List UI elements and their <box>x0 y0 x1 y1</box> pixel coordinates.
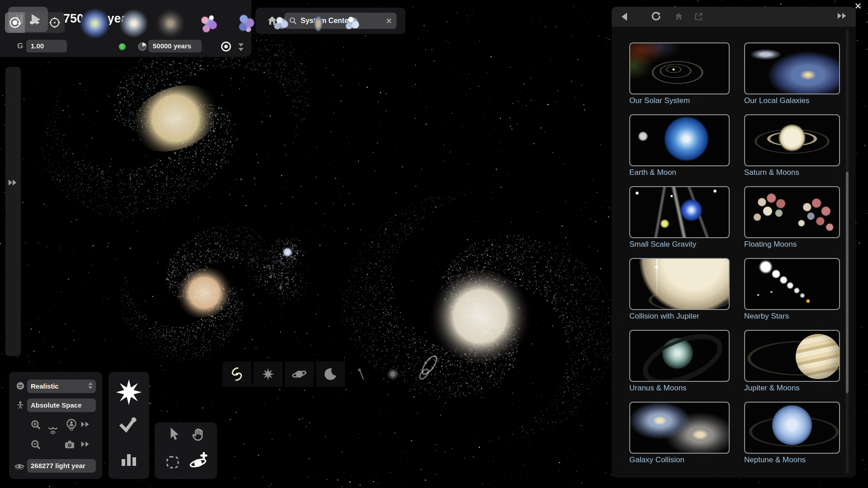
back-icon[interactable] <box>620 12 629 22</box>
galaxy-template-grey-spiral[interactable] <box>118 7 150 40</box>
preset-grid: Our Solar System Our Local Galaxies Eart… <box>629 42 840 465</box>
view-distance-input[interactable]: 268277 light year <box>27 459 96 473</box>
tab-star[interactable] <box>254 361 283 387</box>
tab-ring[interactable] <box>410 361 439 387</box>
home-icon[interactable] <box>674 12 684 21</box>
follow-object-icon[interactable] <box>65 418 78 431</box>
scrollbar[interactable] <box>846 29 849 473</box>
preset-collision-with-jupiter[interactable]: Collision with Jupiter <box>629 258 730 321</box>
tab-planet[interactable] <box>285 361 314 387</box>
galaxy-template-faint-spiral[interactable] <box>154 7 187 40</box>
close-icon[interactable]: ✕ <box>854 1 862 11</box>
clear-search-icon[interactable]: ✕ <box>386 17 392 25</box>
preset-floating-moons[interactable]: Floating Moons <box>744 186 840 249</box>
preset-jupiter-moons[interactable]: Jupiter & Moons <box>744 330 840 393</box>
expand-right-icon <box>8 179 18 356</box>
velocity-mode-button[interactable] <box>25 12 45 33</box>
select-cursor-icon[interactable] <box>166 426 180 442</box>
add-body-icon[interactable] <box>188 451 208 471</box>
preset-saturn-moons[interactable]: Saturn & Moons <box>744 114 840 177</box>
record-icon[interactable] <box>220 41 232 52</box>
zoom-in-icon[interactable] <box>30 419 42 431</box>
preset-thumbnail[interactable] <box>744 114 840 166</box>
scrollbar-thumb[interactable] <box>846 172 849 393</box>
reference-frame-select[interactable]: Absolute Space <box>27 399 96 412</box>
chevron-down-icon[interactable] <box>238 43 244 52</box>
fast-forward-icon[interactable] <box>80 421 90 428</box>
universe-sandbox-app: 750000 years G 1.00 50000 years System C… <box>0 0 868 488</box>
chase-view-icon[interactable] <box>47 424 59 436</box>
view-controls-panel: Realistic Absolute Space <box>9 372 102 479</box>
preset-thumbnail[interactable] <box>629 42 730 94</box>
galaxy-template-pink-cluster[interactable] <box>193 7 225 40</box>
tab-moon[interactable] <box>316 361 345 387</box>
simulation-status-dot <box>119 43 126 50</box>
gravity-label: G <box>17 42 23 51</box>
preset-small-scale-gravity[interactable]: Small Scale Gravity <box>629 186 730 249</box>
preset-thumbnail[interactable] <box>629 330 730 382</box>
refresh-icon[interactable] <box>651 11 661 22</box>
fast-forward-icon[interactable] <box>80 441 90 448</box>
sim-browser-panel: Our Solar System Our Local Galaxies Eart… <box>612 7 856 478</box>
preset-thumbnail[interactable] <box>744 258 840 310</box>
placement-mode-control <box>5 12 65 33</box>
orbit-mode-button[interactable] <box>5 12 25 33</box>
preset-galaxy-collision[interactable]: Galaxy Collision <box>629 402 730 465</box>
preset-our-solar-system[interactable]: Our Solar System <box>629 42 730 105</box>
stepper-arrows-icon[interactable] <box>88 382 93 389</box>
zoom-out-icon[interactable] <box>30 439 42 450</box>
tab-galaxy[interactable] <box>222 361 251 387</box>
reference-frame-icon <box>15 400 25 410</box>
preset-nearby-stars[interactable]: Nearby Stars <box>744 258 840 321</box>
star-brightness-icon[interactable] <box>115 378 143 406</box>
tab-comet[interactable] <box>347 361 376 387</box>
screenshot-camera-icon[interactable] <box>64 440 75 450</box>
target-mode-button[interactable] <box>45 12 65 33</box>
preset-thumbnail[interactable] <box>629 114 730 166</box>
tab-nebula[interactable] <box>378 361 407 387</box>
preset-thumbnail[interactable] <box>744 42 840 94</box>
eye-icon <box>14 461 25 472</box>
preset-our-local-galaxies[interactable]: Our Local Galaxies <box>744 42 840 105</box>
fast-forward-icon[interactable] <box>837 12 848 20</box>
preset-thumbnail[interactable] <box>629 258 730 310</box>
left-sidebar-expander[interactable] <box>5 67 21 356</box>
render-mode-select[interactable]: Realistic <box>27 380 96 393</box>
time-step-input[interactable]: 50000 years <box>148 40 202 52</box>
preset-thumbnail[interactable] <box>744 402 840 454</box>
galaxy-template-blue-spiral[interactable] <box>79 7 111 40</box>
gravity-input[interactable]: 1.00 <box>26 40 67 52</box>
open-external-icon[interactable] <box>694 12 703 21</box>
render-mode-icon <box>15 381 25 391</box>
galaxy-template-purple-cluster[interactable] <box>230 7 263 40</box>
preset-earth-moon[interactable]: Earth & Moon <box>629 114 730 177</box>
preset-uranus-moons[interactable]: Uranus & Moons <box>629 330 730 393</box>
draw-tool-icon[interactable] <box>118 413 140 435</box>
galaxy-template-white-cluster[interactable] <box>336 7 368 40</box>
preset-thumbnail[interactable] <box>744 330 840 382</box>
galaxy-template-edge-on[interactable] <box>302 7 335 40</box>
box-select-icon[interactable] <box>165 454 181 470</box>
cursor-tools-panel <box>155 422 217 479</box>
tools-panel <box>108 372 149 479</box>
time-step-icon <box>137 42 147 52</box>
preset-neptune-moons[interactable]: Neptune & Moons <box>744 402 840 465</box>
chart-tool-icon[interactable] <box>118 448 140 469</box>
preset-thumbnail[interactable] <box>629 402 730 454</box>
sim-browser-toolbar <box>612 7 856 27</box>
preset-thumbnail[interactable] <box>629 186 730 238</box>
preset-thumbnail[interactable] <box>744 186 840 238</box>
pan-hand-icon[interactable] <box>191 427 206 442</box>
galaxy-template-pale-cluster[interactable] <box>265 7 297 40</box>
